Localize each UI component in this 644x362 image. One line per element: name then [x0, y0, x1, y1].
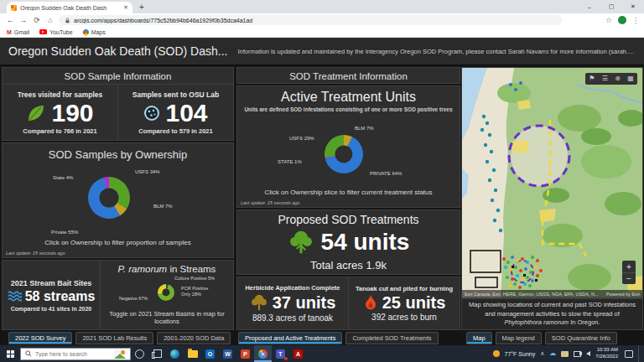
- ownership-click-note: Click on Ownership to filter proportion …: [3, 239, 233, 246]
- file-explorer-button[interactable]: [184, 345, 201, 362]
- tree-icon: [288, 229, 314, 256]
- taskbar-clock[interactable]: 10:33 AM 7/26/2022: [595, 347, 618, 360]
- map-toolbar: ⚑ ☰ ⊕ ▦: [585, 73, 637, 85]
- teams-icon: T: [276, 349, 285, 359]
- window-close-button[interactable]: ✕: [622, 0, 644, 13]
- cortana-button[interactable]: [131, 345, 148, 362]
- tray-folder-icon[interactable]: [561, 351, 569, 357]
- bookmark-tool-icon[interactable]: ⚑: [589, 75, 595, 82]
- zoom-in-button[interactable]: +: [622, 261, 636, 272]
- samples-ownership-panel: SOD Samples by Ownership USFS 34% State …: [2, 142, 234, 258]
- acrobat-icon: A: [293, 349, 303, 359]
- onedrive-icon[interactable]: ☁: [549, 350, 556, 357]
- outlook-icon: O: [205, 349, 215, 359]
- map-canvas[interactable]: [462, 68, 643, 298]
- weather-sun-icon[interactable]: [493, 350, 500, 357]
- bookmark-gmail[interactable]: MGmail: [7, 29, 29, 35]
- address-bar[interactable]: arcgis.com/apps/dashboards/775c52bb94b64…: [59, 15, 562, 25]
- zoom-out-button[interactable]: −: [622, 272, 636, 284]
- tab-proposed-active-treatments[interactable]: Proposed and Active Treatments: [238, 332, 342, 344]
- active-treatment-donut[interactable]: [325, 135, 363, 173]
- new-tab-button[interactable]: +: [139, 3, 144, 12]
- stream-bait-value: 58 streams: [25, 290, 96, 303]
- tab-sod-quarantine-info[interactable]: SOD Quarantine Info: [545, 332, 617, 344]
- weather-text[interactable]: 77°F Sunny: [505, 351, 536, 357]
- tab-2001-2020-sod-data[interactable]: 2001-2020 SOD Data: [157, 332, 231, 344]
- bookmark-star-icon[interactable]: ☆: [605, 16, 612, 24]
- search-input[interactable]: [35, 351, 102, 357]
- attribution-text: Esri Canada, Esri, HERE, Garmin, USGS, N…: [465, 292, 598, 297]
- basemap-tool-icon[interactable]: ▦: [627, 75, 634, 82]
- proposed-subtitle: Total acres 1.9k: [237, 259, 460, 272]
- slice-label-usfs: USFS 34%: [135, 169, 160, 174]
- slice-label-private: Private 55%: [51, 230, 78, 235]
- sample-info-title: SOD Sample Information: [3, 68, 233, 85]
- streams-panel: 2021 Stream Bait Sites 58 streams Compar…: [2, 260, 234, 330]
- map-zoom-control: + −: [622, 261, 636, 284]
- map-attribution: Esri Canada, Esri, HERE, Garmin, USGS, N…: [462, 290, 642, 297]
- slice-label-state-treat: STATE 1%: [278, 159, 302, 164]
- window-minimize-button[interactable]: –: [579, 0, 600, 13]
- youtube-icon: [39, 29, 47, 34]
- task-view-button[interactable]: [148, 345, 166, 362]
- tab-2022-sod-survey[interactable]: 2022 SOD Survey: [8, 332, 72, 344]
- ramorum-streams-donut[interactable]: [158, 284, 174, 301]
- tab-close-icon[interactable]: ✕: [123, 4, 128, 11]
- tray-expand-icon[interactable]: ∧: [540, 350, 544, 357]
- globe-tool-icon[interactable]: ⊕: [615, 75, 621, 82]
- profile-avatar[interactable]: [618, 16, 626, 24]
- speaker-icon[interactable]: [586, 351, 590, 356]
- chrome-icon: [258, 349, 267, 359]
- footer-tab-row: 2022 SOD Survey 2021 SOD Lab Results 200…: [0, 330, 644, 345]
- teams-badge: [284, 357, 288, 360]
- ownership-last-update: Last update: 15 seconds ago: [6, 251, 65, 256]
- show-desktop-strip[interactable]: [638, 345, 641, 362]
- forward-icon[interactable]: →: [18, 16, 29, 24]
- search-icon: [25, 350, 32, 357]
- map-panel[interactable]: ⚑ ☰ ⊕ ▦ + − Esri Canada, Esri, HERE, Gar…: [461, 67, 643, 298]
- teams-button[interactable]: T: [272, 345, 289, 362]
- window-maximize-button[interactable]: ▢: [600, 0, 622, 13]
- fire-icon: [363, 294, 378, 311]
- chrome-button[interactable]: [254, 345, 272, 362]
- browser-menu-icon[interactable]: ⋮: [632, 17, 639, 24]
- action-center-icon[interactable]: [625, 350, 633, 358]
- proposed-treatments-panel: Proposed SOD Treatments 54 units Total a…: [236, 209, 460, 275]
- powerpoint-button[interactable]: P: [236, 345, 254, 362]
- treatment-info-title: SOD Treatment Information: [237, 68, 460, 85]
- samples-sent-value: 104: [165, 101, 207, 126]
- dashboard-favicon: [11, 5, 17, 11]
- stream-basins-note: Toggle on 2021 Stream Basins in map for …: [106, 310, 228, 327]
- gmail-icon: M: [7, 29, 12, 35]
- slice-label-usfs-treat: USFS 29%: [289, 136, 314, 141]
- legend-tool-icon[interactable]: ☰: [602, 75, 608, 82]
- proposed-title: Proposed SOD Treatments: [237, 213, 460, 226]
- dashboard-header: Oregon Sudden Oak Death (SOD) Dash... In…: [0, 38, 644, 65]
- browser-tab[interactable]: Oregon Sudden Oak Death Dash ✕: [7, 2, 132, 13]
- home-icon[interactable]: ⌂: [45, 16, 55, 24]
- lock-icon: [65, 18, 70, 23]
- ownership-chart-title: SOD Samples by Ownership: [3, 148, 233, 161]
- taskbar-search[interactable]: [20, 348, 131, 360]
- start-button[interactable]: [0, 345, 20, 362]
- treatment-last-update: Last update: 15 seconds ago: [241, 200, 300, 205]
- samples-ownership-donut[interactable]: [88, 177, 130, 219]
- tab-map[interactable]: Map: [466, 332, 492, 344]
- refresh-icon[interactable]: ⟳: [32, 16, 42, 24]
- word-button[interactable]: W: [219, 345, 236, 362]
- tab-map-legend[interactable]: Map legend: [496, 332, 542, 344]
- tab-completed-sod-treatments[interactable]: Completed SOD Treatments: [345, 332, 438, 344]
- outlook-button[interactable]: O: [201, 345, 219, 362]
- bookmark-maps[interactable]: Maps: [83, 29, 106, 35]
- search-highlights-icon[interactable]: [114, 349, 126, 359]
- dashboard-title: Oregon Sudden Oak Death (SOD) Dash...: [8, 44, 227, 58]
- edge-button[interactable]: [166, 345, 184, 362]
- bookmark-youtube[interactable]: YouTube: [39, 29, 73, 35]
- petri-dish-icon: [143, 105, 160, 122]
- acrobat-button[interactable]: A: [289, 345, 307, 362]
- herbicide-value: 37 units: [273, 294, 336, 311]
- tab-2021-sod-lab-results[interactable]: 2021 SOD Lab Results: [75, 332, 153, 344]
- bookmarks-bar: MGmail YouTube Maps: [0, 27, 644, 38]
- slice-label-blm: BLM 7%: [153, 204, 173, 209]
- back-icon[interactable]: ←: [5, 16, 15, 24]
